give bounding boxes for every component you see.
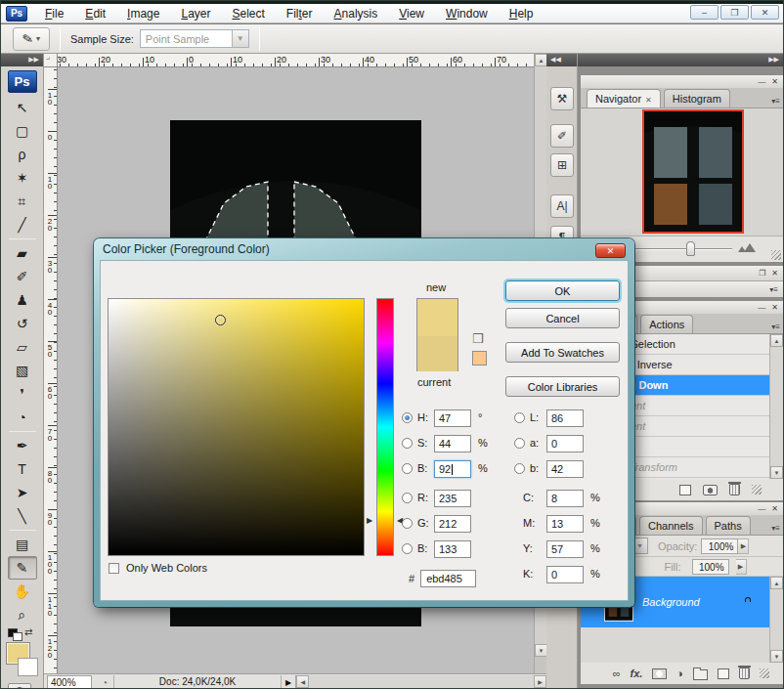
sample-size-select[interactable]: Point Sample ▼ <box>140 29 249 48</box>
quick-mask-button[interactable] <box>8 683 31 689</box>
radio-brightness[interactable] <box>402 463 413 474</box>
menu-edit[interactable]: Edit <box>74 5 116 22</box>
navigator-thumbnail[interactable] <box>644 111 742 232</box>
zoom-in-icon[interactable] <box>744 243 756 252</box>
tab-channels[interactable]: Channels <box>639 516 702 535</box>
opacity-arrow-icon[interactable]: ▶ <box>738 538 749 554</box>
slider-thumb[interactable] <box>686 241 695 256</box>
close-panel-icon[interactable]: ✕ <box>771 270 778 278</box>
input-green[interactable]: 212 <box>434 515 471 533</box>
clone-source-icon[interactable]: ⊞ <box>550 153 574 177</box>
input-blue[interactable]: 133 <box>434 540 471 558</box>
color-field-marker[interactable] <box>215 315 226 325</box>
radio-lab-b[interactable] <box>514 463 525 474</box>
blur-tool[interactable]: ❜ <box>8 382 37 406</box>
zoom-level-input[interactable]: 400% <box>47 675 92 689</box>
scroll-down-icon[interactable]: ▼ <box>770 466 783 479</box>
minimize-button[interactable]: – <box>690 5 719 20</box>
menu-file[interactable]: File <box>34 5 74 22</box>
ok-button[interactable]: OK <box>505 280 620 301</box>
default-colors-icon[interactable] <box>8 628 18 637</box>
eyedropper-preset-button[interactable]: ✎ ▾ <box>13 27 50 51</box>
new-document-from-state-icon[interactable] <box>679 485 691 495</box>
dock-collapse-left-button[interactable]: ◀◀ <box>546 54 577 66</box>
input-brightness[interactable]: 92 <box>434 460 471 478</box>
restore-panel-icon[interactable]: ❐ <box>759 270 765 278</box>
hue-slider[interactable] <box>376 298 394 556</box>
link-layers-icon[interactable]: ∞ <box>613 667 621 679</box>
panel-menu-icon[interactable]: ▾≡ <box>771 524 780 533</box>
fill-arrow-icon[interactable]: ▶ <box>736 559 747 575</box>
minimize-panel-icon[interactable]: — <box>758 78 765 86</box>
tab-histogram[interactable]: Histogram <box>664 89 730 108</box>
input-black[interactable]: 0 <box>546 566 584 583</box>
add-to-swatches-button[interactable]: Add To Swatches <box>505 342 620 363</box>
new-group-icon[interactable] <box>693 669 708 680</box>
adjustment-layer-icon[interactable]: ◑ <box>676 667 683 679</box>
lasso-tool[interactable]: ρ <box>8 143 37 166</box>
slice-tool[interactable]: ╱ <box>8 213 37 237</box>
hue-slider-arrow-left[interactable]: ▶ <box>367 516 372 525</box>
only-web-colors-checkbox[interactable] <box>109 563 119 574</box>
menu-filter[interactable]: Filter <box>276 5 324 22</box>
swap-colors-icon[interactable]: ⇄ <box>24 626 32 637</box>
radio-green[interactable] <box>402 518 413 529</box>
input-lab-b[interactable]: 42 <box>546 460 584 478</box>
ruler-origin-corner[interactable] <box>44 54 58 67</box>
resize-grip[interactable] <box>760 668 769 678</box>
type-tool[interactable]: T <box>8 457 37 481</box>
gradient-tool[interactable]: ▧ <box>8 359 37 382</box>
minimize-panel-icon[interactable]: — <box>758 505 765 513</box>
brushes-icon[interactable]: ✐ <box>550 124 574 148</box>
close-tab-icon[interactable]: ✕ <box>645 96 652 105</box>
menu-window[interactable]: Window <box>435 5 499 22</box>
line-tool[interactable]: ╲ <box>8 504 37 528</box>
spot-healing-brush-tool[interactable]: ▰ <box>8 241 37 265</box>
radio-saturation[interactable] <box>402 438 413 449</box>
delete-icon[interactable] <box>729 484 740 495</box>
horizontal-scrollbar[interactable]: ◀ ▶ <box>295 675 546 689</box>
pen-tool[interactable]: ✒ <box>8 434 37 457</box>
close-panel-icon[interactable]: ✕ <box>771 505 778 513</box>
move-tool[interactable]: ↖ <box>8 96 37 119</box>
panel-menu-icon[interactable]: ▾≡ <box>769 285 778 294</box>
input-red[interactable]: 235 <box>434 490 471 507</box>
dialog-title[interactable]: Color Picker (Foreground Color) <box>94 238 634 260</box>
menu-layer[interactable]: Layer <box>170 5 221 22</box>
history-brush-tool[interactable]: ↺ <box>8 312 37 335</box>
panel-menu-icon[interactable]: ▾≡ <box>771 97 780 106</box>
close-panel-icon[interactable]: ✕ <box>771 304 778 312</box>
tab-paths[interactable]: Paths <box>706 516 751 535</box>
menu-image[interactable]: Image <box>116 5 170 22</box>
scroll-up-icon[interactable]: ▲ <box>770 577 783 589</box>
clone-stamp-tool[interactable]: ♟ <box>8 288 37 312</box>
scroll-right-icon[interactable]: ▶ <box>534 675 546 688</box>
radio-lab-a[interactable] <box>514 438 525 449</box>
path-selection-tool[interactable]: ➤ <box>8 481 37 504</box>
hex-input[interactable]: ebd485 <box>420 570 476 587</box>
ps-logo[interactable]: Ps <box>8 70 37 93</box>
brush-tool[interactable]: ✐ <box>8 265 37 288</box>
character-icon[interactable]: A| <box>550 194 574 218</box>
background-color-swatch[interactable] <box>18 658 38 676</box>
notes-tool[interactable]: ▤ <box>8 533 37 556</box>
scroll-up-icon[interactable]: ▲ <box>770 334 783 347</box>
app-icon[interactable]: Ps <box>6 6 27 22</box>
input-cyan[interactable]: 8 <box>546 490 584 507</box>
add-layer-mask-icon[interactable] <box>652 668 667 679</box>
zoom-tool[interactable]: ⌕ <box>8 603 37 626</box>
close-panel-icon[interactable]: ✕ <box>771 78 778 86</box>
radio-lab-l[interactable] <box>514 412 525 423</box>
minimize-panel-icon[interactable]: — <box>758 304 765 312</box>
current-color-swatch[interactable] <box>417 336 457 371</box>
menu-view[interactable]: View <box>388 5 435 22</box>
input-hue[interactable]: 47 <box>434 409 471 427</box>
new-snapshot-icon[interactable] <box>703 485 718 495</box>
scroll-left-icon[interactable]: ◀ <box>296 675 309 688</box>
opacity-value[interactable]: 100% <box>701 538 738 554</box>
panel-scrollbar[interactable]: ▲ ▼ <box>769 577 783 663</box>
resize-grip[interactable] <box>752 485 762 495</box>
radio-blue[interactable] <box>402 543 413 554</box>
rectangular-marquee-tool[interactable]: ▢ <box>8 119 37 143</box>
eyedropper-tool[interactable]: ✎ <box>8 556 37 580</box>
